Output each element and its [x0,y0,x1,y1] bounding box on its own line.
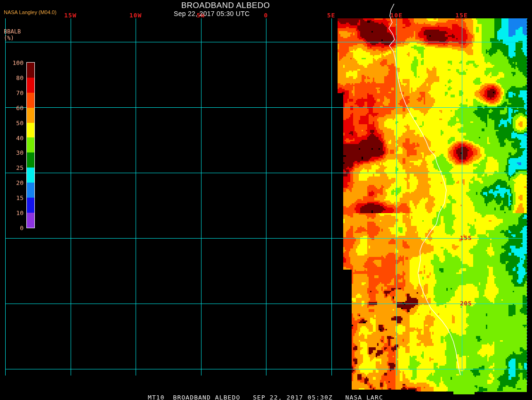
legend-tick-value: 80 [3,74,24,81]
timestamp-subtitle: Sep 22, 2017 05:30 UTC [174,10,250,17]
gridline-vertical [396,18,397,376]
legend-color-segment [27,213,34,228]
legend-color-segment [27,183,34,198]
gridline-vertical [71,18,71,376]
legend-color-segment [27,63,34,78]
legend-tick-value: 30 [3,149,24,156]
legend-color-segment [27,198,34,213]
legend-color-segment [27,108,34,123]
gridline-horizontal [5,173,527,173]
legend-title: BBALB (%) [4,28,21,41]
legend-color-segment [27,168,34,183]
legend-color-segment [27,123,34,138]
legend-tick-value: 0 [3,224,24,232]
gridline-horizontal [5,304,527,304]
gridline-horizontal [5,369,527,369]
legend-color-bar [26,62,35,228]
gridline-vertical-dashed [527,18,527,386]
legend-color-segment [27,78,34,93]
legend-tick-value: 25 [3,164,24,171]
gridline-horizontal [5,42,527,42]
legend-color-segment [27,137,34,152]
legend-color-segment [27,152,34,168]
header: NASA Langley (M04.0) BROADBAND ALBEDO Se… [0,0,532,21]
legend-tick-value: 60 [3,104,24,112]
legend-tick-value: 20 [3,179,24,186]
gridline-vertical [266,18,266,376]
gridline-vertical [201,18,202,376]
gridline-horizontal [5,238,527,239]
legend-tick-value: 50 [3,120,24,127]
gridline-vertical [462,18,462,376]
legend-color-segment [27,93,34,108]
page-title: BROADBAND ALBEDO [181,1,270,10]
legend-tick-value: 40 [3,135,24,142]
latitude-label: 0 [458,39,462,46]
source-label: NASA Langley (M04.0) [4,9,56,15]
legend-tick-value: 100 [3,59,24,66]
albedo-map-page: { "header": { "source_label": "NASA Lang… [0,0,532,400]
footer-caption: MT10 BROADBAND ALBEDO SEP 22, 2017 05:30… [148,394,383,400]
latitude-label: 20S [460,300,472,307]
gridline-horizontal [5,107,527,108]
legend-tick-value: 70 [3,89,24,96]
gridline-vertical [331,18,332,376]
legend-tick-value: 10 [3,209,24,216]
graticule: 15W10W5W05E10E15E015S20S [0,0,532,400]
gridline-vertical [136,18,136,376]
legend-tick-value: 15 [3,194,24,201]
latitude-label: 15S [460,234,472,241]
